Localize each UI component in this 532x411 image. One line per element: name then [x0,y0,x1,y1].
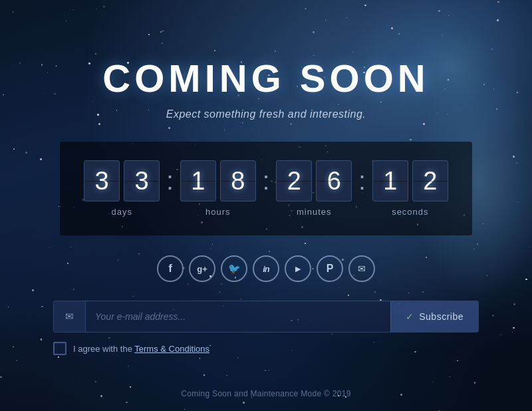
terms-text: I agree with the Terms & Conditions [73,344,209,354]
terms-row: I agree with the Terms & Conditions [53,342,479,355]
days-group: 3 3 days [84,160,160,217]
facebook-icon[interactable]: f [157,255,184,282]
page-subtitle: Expect something fresh and interesting. [166,108,366,120]
seconds-label: seconds [392,207,428,217]
copyright-text: Coming Soon and Maintenance Mode © 2019 [181,389,350,398]
agree-prefix-text: I agree with the [73,344,134,354]
terms-checkbox[interactable] [53,342,66,355]
seconds-group: 1 2 seconds [372,160,448,217]
colon-2: : [256,167,277,196]
seconds-digit-2: 2 [412,160,448,202]
minutes-digit-2: 6 [316,160,352,202]
check-icon: ✓ [406,311,414,322]
hours-label: hours [205,207,231,217]
subscribe-label: Subscribe [419,311,464,322]
minutes-group: 2 6 minutes [276,160,352,217]
email-icon-wrapper: ✉ [54,301,86,332]
social-links: f g+ 🐦 in ▶ P ✉ [157,255,375,282]
colon-1: : [160,167,180,196]
email-social-icon[interactable]: ✉ [348,255,375,282]
footer: Coming Soon and Maintenance Mode © 2019 [0,387,532,399]
days-digits: 3 3 [84,160,160,202]
subscribe-button[interactable]: ✓ Subscribe [390,301,478,332]
email-input[interactable] [86,301,390,332]
subscribe-form: ✉ ✓ Subscribe [53,301,479,333]
googleplus-icon[interactable]: g+ [189,255,215,282]
terms-link[interactable]: Terms & Conditions [134,344,209,354]
days-digit-1: 3 [84,160,120,202]
linkedin-icon[interactable]: in [253,255,279,282]
hours-digit-2: 8 [220,160,256,202]
envelope-icon: ✉ [65,311,74,323]
countdown-timer: 3 3 days : 1 8 hours : 2 6 minutes : 1 [60,142,472,235]
hours-digits: 1 8 [180,160,256,202]
page-title: COMING SOON [102,56,429,100]
minutes-digit-1: 2 [276,160,312,202]
seconds-digit-1: 1 [372,160,408,202]
days-digit-2: 3 [124,160,160,202]
colon-3: : [352,167,372,196]
hours-digit-1: 1 [180,160,216,202]
main-content: COMING SOON Expect something fresh and i… [0,56,532,355]
twitter-icon[interactable]: 🐦 [221,255,247,282]
minutes-label: minutes [297,207,332,217]
minutes-digits: 2 6 [276,160,352,202]
days-label: days [111,207,132,217]
seconds-digits: 1 2 [372,160,448,202]
youtube-icon[interactable]: ▶ [285,255,311,282]
pinterest-icon[interactable]: P [317,255,343,282]
hours-group: 1 8 hours [180,160,256,217]
